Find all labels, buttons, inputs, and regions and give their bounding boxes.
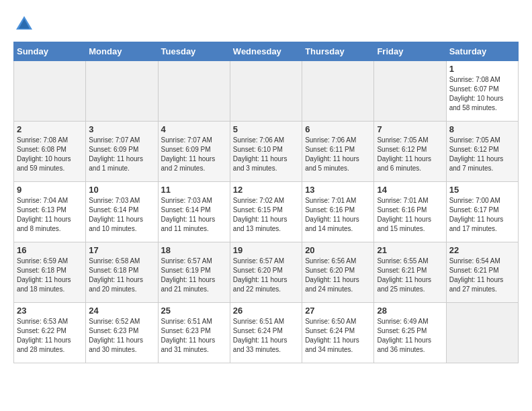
day-info: Sunrise: 6:49 AM Sunset: 6:25 PM Dayligh…: [377, 317, 443, 355]
calendar-cell: 2Sunrise: 7:08 AM Sunset: 6:08 PM Daylig…: [14, 122, 86, 182]
calendar-cell: [374, 61, 446, 122]
calendar-cell: 3Sunrise: 7:07 AM Sunset: 6:09 PM Daylig…: [86, 122, 158, 182]
weekday-header-thursday: Thursday: [302, 42, 374, 61]
day-number: 16: [17, 245, 83, 255]
calendar-cell: 22Sunrise: 6:54 AM Sunset: 6:21 PM Dayli…: [446, 242, 518, 303]
calendar-cell: 14Sunrise: 7:01 AM Sunset: 6:16 PM Dayli…: [374, 182, 446, 242]
day-number: 14: [377, 185, 443, 195]
day-info: Sunrise: 6:53 AM Sunset: 6:22 PM Dayligh…: [17, 317, 83, 355]
day-info: Sunrise: 7:00 AM Sunset: 6:17 PM Dayligh…: [449, 196, 515, 234]
day-info: Sunrise: 6:58 AM Sunset: 6:18 PM Dayligh…: [89, 257, 154, 294]
calendar-cell: 10Sunrise: 7:03 AM Sunset: 6:14 PM Dayli…: [86, 182, 158, 242]
calendar-cell: 15Sunrise: 7:00 AM Sunset: 6:17 PM Dayli…: [446, 182, 518, 242]
day-number: 6: [305, 124, 371, 134]
calendar-cell: 24Sunrise: 6:52 AM Sunset: 6:23 PM Dayli…: [86, 303, 158, 363]
calendar-cell: 25Sunrise: 6:51 AM Sunset: 6:23 PM Dayli…: [158, 303, 230, 363]
calendar-week-row: 23Sunrise: 6:53 AM Sunset: 6:22 PM Dayli…: [14, 303, 519, 363]
day-info: Sunrise: 6:50 AM Sunset: 6:24 PM Dayligh…: [305, 317, 371, 355]
calendar-cell: 12Sunrise: 7:02 AM Sunset: 6:15 PM Dayli…: [230, 182, 302, 242]
day-info: Sunrise: 7:02 AM Sunset: 6:15 PM Dayligh…: [233, 196, 299, 234]
calendar-week-row: 1Sunrise: 7:08 AM Sunset: 6:07 PM Daylig…: [14, 61, 519, 122]
day-info: Sunrise: 6:57 AM Sunset: 6:19 PM Dayligh…: [161, 257, 227, 294]
day-info: Sunrise: 7:06 AM Sunset: 6:11 PM Dayligh…: [305, 136, 371, 173]
day-info: Sunrise: 7:05 AM Sunset: 6:12 PM Dayligh…: [377, 136, 443, 173]
weekday-header-tuesday: Tuesday: [158, 42, 230, 61]
day-number: 5: [233, 124, 299, 134]
calendar-cell: [14, 61, 86, 122]
calendar-cell: 5Sunrise: 7:06 AM Sunset: 6:10 PM Daylig…: [230, 122, 302, 182]
calendar-cell: [302, 61, 374, 122]
weekday-header-row: SundayMondayTuesdayWednesdayThursdayFrid…: [14, 42, 519, 61]
day-info: Sunrise: 6:52 AM Sunset: 6:23 PM Dayligh…: [89, 317, 154, 355]
day-number: 2: [17, 124, 83, 134]
day-number: 19: [233, 245, 299, 255]
calendar-cell: [158, 61, 230, 122]
day-number: 27: [305, 306, 371, 316]
calendar-cell: 7Sunrise: 7:05 AM Sunset: 6:12 PM Daylig…: [374, 122, 446, 182]
day-number: 15: [449, 185, 515, 195]
calendar-cell: 4Sunrise: 7:07 AM Sunset: 6:09 PM Daylig…: [158, 122, 230, 182]
day-number: 18: [161, 245, 227, 255]
day-number: 3: [89, 124, 154, 134]
day-info: Sunrise: 7:08 AM Sunset: 6:08 PM Dayligh…: [17, 136, 83, 173]
calendar-cell: 6Sunrise: 7:06 AM Sunset: 6:11 PM Daylig…: [302, 122, 374, 182]
weekday-header-sunday: Sunday: [14, 42, 86, 61]
day-number: 17: [89, 245, 154, 255]
day-info: Sunrise: 7:05 AM Sunset: 6:12 PM Dayligh…: [449, 136, 515, 173]
day-info: Sunrise: 7:01 AM Sunset: 6:16 PM Dayligh…: [305, 196, 371, 234]
day-info: Sunrise: 7:04 AM Sunset: 6:13 PM Dayligh…: [17, 196, 83, 234]
day-info: Sunrise: 7:06 AM Sunset: 6:10 PM Dayligh…: [233, 136, 299, 173]
calendar-cell: 16Sunrise: 6:59 AM Sunset: 6:18 PM Dayli…: [14, 242, 86, 303]
calendar-cell: 21Sunrise: 6:55 AM Sunset: 6:21 PM Dayli…: [374, 242, 446, 303]
calendar-cell: 28Sunrise: 6:49 AM Sunset: 6:25 PM Dayli…: [374, 303, 446, 363]
day-number: 11: [161, 185, 227, 195]
day-info: Sunrise: 6:59 AM Sunset: 6:18 PM Dayligh…: [17, 257, 83, 294]
day-info: Sunrise: 6:55 AM Sunset: 6:21 PM Dayligh…: [377, 257, 443, 294]
calendar-cell: 1Sunrise: 7:08 AM Sunset: 6:07 PM Daylig…: [446, 61, 518, 122]
day-info: Sunrise: 7:03 AM Sunset: 6:14 PM Dayligh…: [89, 196, 154, 234]
day-info: Sunrise: 7:03 AM Sunset: 6:14 PM Dayligh…: [161, 196, 227, 234]
day-number: 1: [449, 64, 515, 74]
calendar-table: SundayMondayTuesdayWednesdayThursdayFrid…: [13, 42, 519, 363]
day-info: Sunrise: 7:08 AM Sunset: 6:07 PM Dayligh…: [449, 75, 515, 113]
day-number: 20: [305, 245, 371, 255]
logo: [13, 13, 38, 35]
day-number: 22: [449, 245, 515, 255]
calendar-cell: [446, 303, 518, 363]
calendar-week-row: 2Sunrise: 7:08 AM Sunset: 6:08 PM Daylig…: [14, 122, 519, 182]
calendar-cell: 17Sunrise: 6:58 AM Sunset: 6:18 PM Dayli…: [86, 242, 158, 303]
weekday-header-wednesday: Wednesday: [230, 42, 302, 61]
day-number: 13: [305, 185, 371, 195]
day-number: 23: [17, 306, 83, 316]
calendar-cell: 9Sunrise: 7:04 AM Sunset: 6:13 PM Daylig…: [14, 182, 86, 242]
day-number: 10: [89, 185, 154, 195]
calendar-cell: [230, 61, 302, 122]
day-info: Sunrise: 6:54 AM Sunset: 6:21 PM Dayligh…: [449, 257, 515, 294]
calendar-cell: 13Sunrise: 7:01 AM Sunset: 6:16 PM Dayli…: [302, 182, 374, 242]
day-number: 12: [233, 185, 299, 195]
calendar-cell: 26Sunrise: 6:51 AM Sunset: 6:24 PM Dayli…: [230, 303, 302, 363]
day-number: 7: [377, 124, 443, 134]
calendar-cell: 27Sunrise: 6:50 AM Sunset: 6:24 PM Dayli…: [302, 303, 374, 363]
day-number: 4: [161, 124, 227, 134]
day-number: 24: [89, 306, 154, 316]
day-number: 25: [161, 306, 227, 316]
day-info: Sunrise: 7:07 AM Sunset: 6:09 PM Dayligh…: [161, 136, 227, 173]
day-number: 28: [377, 306, 443, 316]
calendar-week-row: 16Sunrise: 6:59 AM Sunset: 6:18 PM Dayli…: [14, 242, 519, 303]
day-number: 8: [449, 124, 515, 134]
calendar-cell: 8Sunrise: 7:05 AM Sunset: 6:12 PM Daylig…: [446, 122, 518, 182]
calendar-cell: 18Sunrise: 6:57 AM Sunset: 6:19 PM Dayli…: [158, 242, 230, 303]
calendar-cell: 19Sunrise: 6:57 AM Sunset: 6:20 PM Dayli…: [230, 242, 302, 303]
day-info: Sunrise: 7:01 AM Sunset: 6:16 PM Dayligh…: [377, 196, 443, 234]
day-info: Sunrise: 7:07 AM Sunset: 6:09 PM Dayligh…: [89, 136, 154, 173]
calendar-cell: 20Sunrise: 6:56 AM Sunset: 6:20 PM Dayli…: [302, 242, 374, 303]
weekday-header-saturday: Saturday: [446, 42, 518, 61]
day-info: Sunrise: 6:51 AM Sunset: 6:23 PM Dayligh…: [161, 317, 227, 355]
calendar-cell: 23Sunrise: 6:53 AM Sunset: 6:22 PM Dayli…: [14, 303, 86, 363]
day-info: Sunrise: 6:57 AM Sunset: 6:20 PM Dayligh…: [233, 257, 299, 294]
logo-icon: [13, 13, 35, 35]
day-number: 9: [17, 185, 83, 195]
calendar-cell: 11Sunrise: 7:03 AM Sunset: 6:14 PM Dayli…: [158, 182, 230, 242]
day-info: Sunrise: 6:51 AM Sunset: 6:24 PM Dayligh…: [233, 317, 299, 355]
